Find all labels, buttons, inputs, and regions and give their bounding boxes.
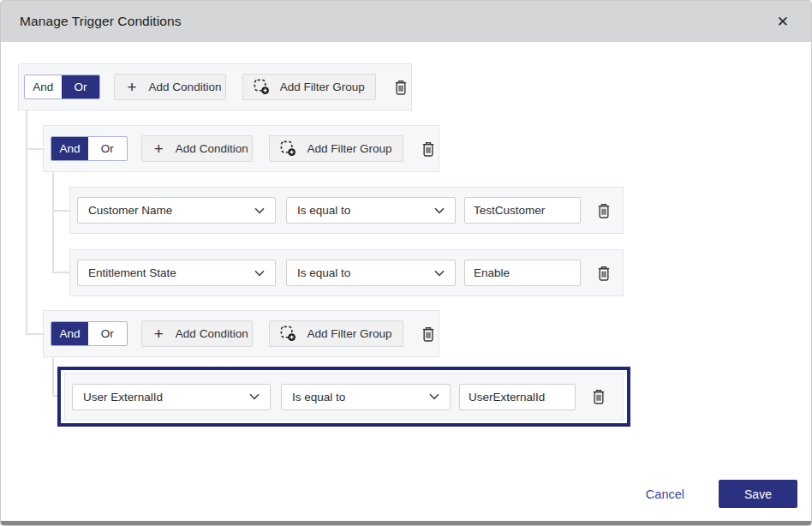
operator-select-value: Is equal to (292, 391, 345, 403)
operator-select[interactable]: Is equal to (286, 260, 456, 286)
trash-icon (420, 325, 437, 344)
chevron-down-icon (434, 270, 445, 277)
add-condition-label: Add Condition (149, 81, 222, 93)
or-toggle[interactable]: Or (88, 322, 127, 345)
and-toggle[interactable]: And (51, 137, 88, 160)
tree-connector (26, 333, 43, 335)
value-input[interactable] (459, 384, 576, 410)
add-condition-label: Add Condition (176, 142, 248, 155)
or-toggle[interactable]: Or (88, 137, 127, 160)
filter-group-toolbar-nested-1: And Or + Add Condition Add Filter Group (43, 125, 439, 172)
plus-icon: + (154, 326, 164, 342)
add-condition-button[interactable]: + Add Condition (141, 320, 254, 347)
and-toggle[interactable]: And (51, 322, 88, 345)
chevron-down-icon (434, 207, 445, 214)
save-button[interactable]: Save (719, 480, 797, 508)
field-select-value: Customer Name (88, 204, 172, 217)
field-select-value: Entitlement State (88, 266, 176, 279)
add-filter-group-label: Add Filter Group (280, 81, 365, 93)
and-or-toggle: And Or (51, 136, 128, 161)
condition-row: Entitlement State Is equal to (69, 249, 624, 296)
value-input[interactable] (464, 197, 581, 224)
add-filter-group-button[interactable]: Add Filter Group (269, 320, 403, 347)
trash-icon (420, 140, 437, 158)
operator-select-value: Is equal to (297, 266, 350, 279)
plus-icon: + (127, 79, 136, 95)
field-select[interactable]: Customer Name (77, 197, 276, 224)
delete-condition-button[interactable] (594, 200, 614, 222)
add-condition-button[interactable]: + Add Condition (141, 135, 254, 162)
manage-trigger-conditions-dialog: Manage Trigger Conditions ✕ And Or + Add… (0, 0, 812, 526)
add-filter-group-button[interactable]: Add Filter Group (242, 74, 376, 100)
and-toggle[interactable]: And (25, 75, 62, 99)
chevron-down-icon (249, 393, 260, 400)
trash-icon (595, 201, 612, 220)
field-select[interactable]: Entitlement State (77, 260, 276, 286)
tree-connector (52, 172, 54, 273)
filter-group-toolbar-root: And Or + Add Condition Add Filter Group (18, 63, 412, 111)
tree-connector (26, 148, 43, 150)
chevron-down-icon (254, 270, 265, 277)
plus-icon: + (154, 140, 164, 157)
dialog-bottom-edge (1, 521, 811, 525)
tree-connector (52, 272, 69, 273)
delete-condition-button[interactable] (588, 386, 609, 408)
dialog-title: Manage Trigger Conditions (20, 14, 182, 29)
trash-icon (392, 78, 409, 97)
add-filter-group-icon (254, 79, 270, 95)
add-filter-group-icon (280, 326, 296, 342)
trash-icon (590, 387, 607, 406)
add-filter-group-button[interactable]: Add Filter Group (269, 135, 403, 162)
tree-connector (52, 357, 54, 396)
filter-group-toolbar-nested-2: And Or + Add Condition Add Filter Group (43, 310, 439, 357)
chevron-down-icon (429, 393, 439, 400)
add-condition-label: Add Condition (176, 327, 248, 340)
tree-connector (52, 210, 69, 212)
highlighted-condition-outline: User ExternalId Is equal to (57, 367, 630, 427)
and-or-toggle: And Or (51, 321, 128, 346)
close-icon[interactable]: ✕ (773, 13, 792, 31)
dialog-footer: Cancel Save (646, 480, 797, 508)
operator-select-value: Is equal to (297, 204, 350, 217)
delete-group-button[interactable] (391, 76, 411, 99)
delete-group-button[interactable] (418, 323, 439, 345)
delete-group-button[interactable] (418, 138, 439, 160)
value-input[interactable] (464, 260, 581, 286)
field-select-value: User ExternalId (83, 391, 163, 403)
cancel-button[interactable]: Cancel (646, 487, 684, 501)
and-or-toggle: And Or (24, 75, 100, 99)
operator-select[interactable]: Is equal to (286, 197, 456, 224)
add-condition-button[interactable]: + Add Condition (114, 74, 225, 100)
delete-condition-button[interactable] (594, 262, 614, 284)
dialog-header: Manage Trigger Conditions ✕ (1, 1, 811, 42)
condition-row: Customer Name Is equal to (69, 187, 624, 234)
add-filter-group-label: Add Filter Group (307, 327, 391, 340)
add-filter-group-label: Add Filter Group (307, 142, 391, 155)
trash-icon (595, 264, 612, 283)
operator-select[interactable]: Is equal to (281, 384, 451, 410)
or-toggle[interactable]: Or (62, 75, 100, 99)
tree-connector (26, 111, 27, 335)
condition-row-highlighted: User ExternalId Is equal to (64, 373, 624, 421)
add-filter-group-icon (280, 140, 296, 157)
field-select[interactable]: User ExternalId (72, 384, 271, 410)
chevron-down-icon (254, 207, 265, 214)
